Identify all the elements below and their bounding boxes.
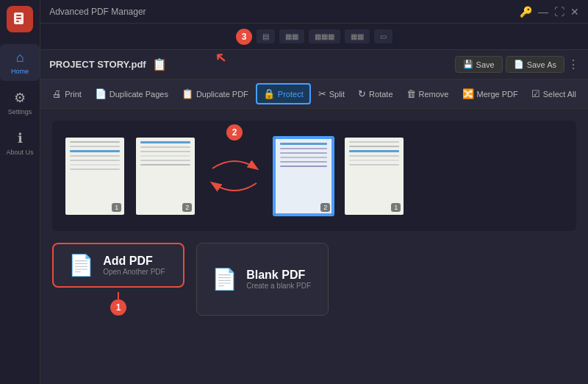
duplicate-pdf-button[interactable]: 📋 Duplicate PDF (176, 85, 254, 103)
blank-pdf-subtitle: Create a blank PDF (246, 282, 311, 290)
merge-pdf-button[interactable]: 🔀 Merge PDF (456, 85, 524, 103)
file-actions: 💾 Save 📄 Save As ⋮ (455, 56, 579, 73)
pdf-page-4[interactable]: 1 (343, 136, 405, 216)
svg-rect-1 (16, 15, 21, 16)
add-pdf-subtitle: Open Another PDF (103, 268, 165, 276)
bottom-area: 📄 Add PDF Open Another PDF 1 (52, 243, 576, 316)
view-selector-bar: 3 ▤ ▦▦ ▦▦▦ ▦▦ ▭ ➜ (40, 24, 588, 50)
sidebar-item-settings[interactable]: ⚙ Settings (0, 84, 40, 121)
arrows-area: 2 (205, 146, 264, 205)
hint-1-area: 1 (52, 292, 184, 316)
duplicate-pdf-icon: 📋 (182, 88, 193, 99)
add-pdf-title: Add PDF (103, 255, 165, 268)
blank-pdf-icon: 📄 (212, 267, 237, 291)
protect-icon: 🔒 (263, 88, 275, 99)
sidebar-home-label: Home (11, 68, 29, 75)
pdf-page-2[interactable]: 2 (135, 136, 196, 216)
blank-pdf-text: Blank PDF Create a blank PDF (246, 269, 311, 290)
duplicate-pages-icon: 📄 (95, 88, 107, 99)
save-as-label: Save As (527, 60, 556, 69)
maximize-icon[interactable]: ⛶ (554, 6, 564, 18)
save-label: Save (476, 60, 495, 69)
select-all-button[interactable]: ☑ Select All (526, 85, 582, 103)
file-name-area: PROJECT STORY.pdf 📋 (49, 57, 166, 71)
page-num-1: 1 (112, 203, 121, 212)
rotate-button[interactable]: ↻ Rotate (352, 85, 398, 103)
save-as-icon: 📄 (514, 60, 524, 69)
main-content: Advanced PDF Manager 🔑 — ⛶ ✕ 3 ▤ ▦▦ ▦▦▦ … (40, 0, 588, 384)
file-name: PROJECT STORY.pdf (49, 59, 146, 70)
minimize-icon[interactable]: — (538, 6, 548, 18)
view-triple-btn[interactable]: ▦▦▦ (309, 29, 340, 43)
content-area: 1 2 (40, 109, 588, 384)
page-num-2: 2 (182, 203, 192, 212)
view-single-btn[interactable]: ▤ (257, 29, 275, 43)
sidebar-about-label: About Us (7, 149, 34, 156)
close-icon[interactable]: ✕ (570, 6, 579, 18)
svg-rect-3 (16, 21, 19, 22)
view-quad-btn[interactable]: ▦▦ (345, 29, 370, 43)
home-icon: ⌂ (16, 50, 24, 65)
sidebar-settings-label: Settings (8, 108, 32, 115)
duplicate-arrows-svg (205, 146, 264, 205)
merge-pdf-label: Merge PDF (477, 90, 518, 99)
file-edit-icon[interactable]: 📋 (152, 57, 167, 71)
add-pdf-button[interactable]: 📄 Add PDF Open Another PDF (52, 243, 184, 288)
sidebar-item-about[interactable]: ℹ About Us (0, 124, 40, 162)
hint-1-badge: 1 (110, 299, 126, 316)
toolbar: 🖨 Print 📄 Duplicate Pages 📋 Duplicate PD… (40, 79, 588, 109)
rotate-label: Rotate (369, 90, 392, 99)
page-num-3: 2 (320, 203, 330, 212)
save-icon: 💾 (463, 60, 473, 69)
blank-pdf-title: Blank PDF (246, 269, 311, 282)
pdf-page-3[interactable]: 2 (273, 136, 334, 216)
blank-pdf-button[interactable]: 📄 Blank PDF Create a blank PDF (196, 243, 329, 316)
remove-label: Remove (419, 90, 449, 99)
bottom-buttons: 📄 Add PDF Open Another PDF 1 (52, 243, 576, 316)
file-header: PROJECT STORY.pdf 📋 💾 Save 📄 Save As ⋮ (40, 50, 588, 79)
remove-icon: 🗑 (406, 88, 416, 99)
hint-3-badge: 3 (236, 29, 252, 45)
hint-2-badge: 2 (226, 124, 243, 141)
duplicate-pages-button[interactable]: 📄 Duplicate Pages (89, 85, 174, 103)
split-icon: ✂ (318, 88, 326, 99)
app-container: ⌂ Home ⚙ Settings ℹ About Us Advanced PD… (0, 0, 588, 384)
key-icon[interactable]: 🔑 (520, 6, 532, 18)
duplicate-pages-label: Duplicate Pages (110, 90, 168, 99)
print-icon: 🖨 (52, 88, 62, 99)
pdf-pages-area: 1 2 (52, 121, 576, 231)
save-button[interactable]: 💾 Save (455, 56, 503, 73)
add-pdf-icon-wrap: 📄 (68, 253, 94, 277)
protect-button[interactable]: 🔒 Protect (256, 83, 311, 104)
view-double-btn[interactable]: ▦▦ (279, 29, 304, 43)
protect-label: Protect (278, 90, 304, 99)
hint-1-line (118, 292, 119, 299)
print-button[interactable]: 🖨 Print (46, 85, 87, 103)
page-num-4: 1 (391, 203, 401, 212)
settings-icon: ⚙ (14, 90, 26, 106)
pdf-page-1[interactable]: 1 (64, 136, 126, 216)
sidebar: ⌂ Home ⚙ Settings ℹ About Us (0, 0, 40, 384)
sidebar-item-home[interactable]: ⌂ Home (0, 44, 40, 81)
select-all-label: Select All (543, 90, 576, 99)
window-controls: 🔑 — ⛶ ✕ (520, 6, 579, 18)
app-title: Advanced PDF Manager (49, 7, 146, 17)
remove-button[interactable]: 🗑 Remove (401, 85, 455, 103)
add-pdf-icon: 📄 (68, 254, 94, 277)
split-button[interactable]: ✂ Split (312, 85, 351, 103)
print-label: Print (65, 90, 82, 99)
select-all-icon: ☑ (531, 88, 540, 99)
view-wide-btn[interactable]: ▭ (374, 29, 392, 43)
merge-icon: 🔀 (462, 88, 474, 99)
title-bar: Advanced PDF Manager 🔑 — ⛶ ✕ (40, 0, 588, 24)
rotate-icon: ↻ (358, 88, 366, 99)
save-as-button[interactable]: 📄 Save As (506, 56, 564, 73)
app-logo (7, 6, 33, 32)
add-pdf-text: Add PDF Open Another PDF (103, 255, 165, 276)
duplicate-pdf-label: Duplicate PDF (196, 90, 248, 99)
info-icon: ℹ (18, 130, 23, 146)
split-label: Split (329, 90, 345, 99)
svg-rect-2 (16, 18, 21, 19)
more-options-icon[interactable]: ⋮ (567, 57, 579, 71)
